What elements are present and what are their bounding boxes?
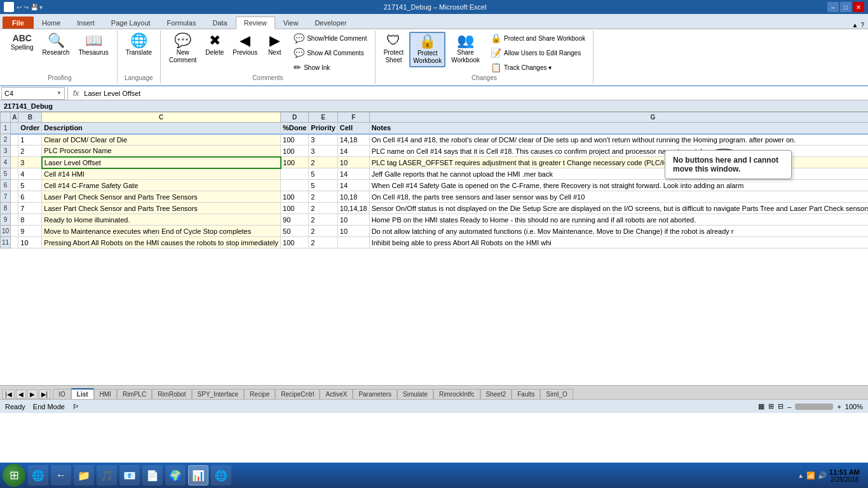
cell-r9c3[interactable]: Ready to Home illuminated. [42,214,281,226]
minimize-button[interactable]: – [827,2,839,12]
sheet-tab-rimrockintfc[interactable]: RimrockIntfc [433,389,480,399]
cell-r11c1[interactable] [11,237,18,248]
cell-r2c6[interactable]: 14,18 [337,134,369,146]
formula-input[interactable] [81,87,867,100]
tab-data[interactable]: Data [204,17,235,29]
row-header-3[interactable]: 3 [1,146,11,157]
protect-workbook-button[interactable]: 🔒 ProtectWorkbook [409,32,445,67]
show-ink-button[interactable]: ✏ Show Ink [291,61,369,74]
cell-r8c4[interactable]: 100 [281,203,309,214]
cell-r10c5[interactable]: 2 [309,226,338,237]
protect-share-workbook-button[interactable]: 🔒 Protect and Share Workbook [488,32,588,44]
cell-r1c6[interactable]: Cell [337,123,369,134]
cell-r10c2[interactable]: 9 [18,226,42,237]
cell-r2c1[interactable] [11,134,18,146]
taskbar-ie2[interactable]: 🌐 [211,465,231,485]
thesaurus-button[interactable]: 📖 Thesaurus [75,32,111,58]
research-button[interactable]: 🔍 Research [39,32,73,58]
taskbar-back[interactable]: ← [51,465,71,485]
cell-r4c3[interactable]: Laser Level Offset [42,157,281,168]
track-changes-button[interactable]: 📋 Track Changes ▾ [488,61,588,74]
tab-review[interactable]: Review [236,17,275,29]
share-workbook-button[interactable]: 👥 ShareWorkbook [448,32,483,66]
sheet-tab-simi_o[interactable]: SimI_O [540,389,573,399]
cell-r1c3[interactable]: Description [42,123,281,134]
cell-r10c3[interactable]: Move to Maintenance executes when End of… [42,226,281,237]
cell-r5c5[interactable]: 5 [309,168,338,180]
cell-r5c4[interactable] [281,168,309,180]
sheet-tab-activex[interactable]: ActiveX [320,389,353,399]
cell-r7c4[interactable]: 100 [281,191,309,203]
sheet-tab-rimrobot[interactable]: RimRobot [152,389,191,399]
new-comment-button[interactable]: 💬 NewComment [166,32,200,66]
cell-r6c5[interactable]: 5 [309,180,338,191]
sheet-tab-sheet2[interactable]: Sheet2 [480,389,512,399]
row-header-2[interactable]: 2 [1,134,11,146]
cell-r10c6[interactable]: 10 [337,226,369,237]
cell-r2c3[interactable]: Clear of DCM/ Clear of Die [42,134,281,146]
cell-r11c5[interactable]: 2 [309,237,338,248]
cell-r1c1[interactable] [11,123,18,134]
cell-r5c3[interactable]: Cell #14 HMI [42,168,281,180]
cell-r3c6[interactable]: 14 [337,146,369,157]
row-header-6[interactable]: 6 [1,180,11,191]
cell-r1c2[interactable]: Order [18,123,42,134]
cell-r4c6[interactable]: 10 [337,157,369,168]
cell-r8c3[interactable]: Laser Part Check Sensor and Parts Tree S… [42,203,281,214]
cell-r10c4[interactable]: 50 [281,226,309,237]
row-header-8[interactable]: 8 [1,203,11,214]
taskbar-globe[interactable]: 🌍 [165,465,186,485]
cell-r7c1[interactable] [11,191,18,203]
cell-r4c1[interactable] [11,157,18,168]
view-pagebreak-icon[interactable]: ⊟ [778,402,783,410]
row-header-5[interactable]: 5 [1,168,11,180]
tab-formulas[interactable]: Formulas [159,17,205,29]
cell-r2c2[interactable]: 1 [18,134,42,146]
cell-r3c4[interactable]: 100 [281,146,309,157]
tab-page-layout[interactable]: Page Layout [103,17,159,29]
sheet-nav-last[interactable]: ▶| [39,390,51,399]
show-hide-comment-button[interactable]: 💬 Show/Hide Comment [291,32,369,44]
help-button[interactable]: ? [860,22,864,29]
cell-r11c6[interactable] [337,237,369,248]
sheet-nav-next[interactable]: ▶ [27,390,37,399]
zoom-in-btn[interactable]: + [837,403,841,410]
sheet-nav-prev[interactable]: ◀ [16,390,26,399]
translate-button[interactable]: 🌐 Translate [123,32,155,58]
zoom-bar[interactable] [795,403,833,410]
tab-file[interactable]: File [3,17,34,29]
cell-r3c2[interactable]: 2 [18,146,42,157]
cell-r1c7[interactable]: Notes [369,123,868,134]
cell-r3c3[interactable]: PLC Processor Name [42,146,281,157]
cell-r8c5[interactable]: 2 [309,203,338,214]
cell-r10c1[interactable] [11,226,18,237]
sheet-tab-list[interactable]: List [71,388,94,399]
cell-r1c4[interactable]: %Done [281,123,309,134]
cell-r5c2[interactable]: 4 [18,168,42,180]
cell-r7c3[interactable]: Laser Part Check Sensor and Parts Tree S… [42,191,281,203]
sheet-tab-io[interactable]: IO [53,389,71,399]
sheet-nav-first[interactable]: |◀ [3,390,15,399]
cell-r5c1[interactable] [11,168,18,180]
cell-r3c7[interactable]: PLC name on Cell #14 says that it is Cel… [369,146,868,157]
zoom-out-btn[interactable]: – [787,403,791,410]
view-page-icon[interactable]: ⊞ [768,402,774,410]
cell-r9c4[interactable]: 90 [281,214,309,226]
row-header-7[interactable]: 7 [1,191,11,203]
delete-comment-button[interactable]: ✖ Delete [202,32,227,58]
col-header-a[interactable]: A [11,112,18,123]
cell-r8c7[interactable]: Sensor On/Off status is not displayed on… [369,203,868,214]
name-box[interactable]: C4 ▼ [1,87,65,100]
cell-r1c5[interactable]: Priority [309,123,338,134]
cell-r9c6[interactable]: 10 [337,214,369,226]
cell-r3c1[interactable] [11,146,18,157]
col-header-f[interactable]: F [337,112,369,123]
cell-r4c5[interactable]: 2 [309,157,338,168]
allow-users-button[interactable]: 📝 Allow Users to Edit Ranges [488,46,588,59]
cell-r11c7[interactable]: Inhibit being able to press Abort All Ro… [369,237,868,248]
sheet-tab-simulate[interactable]: Simulate [397,389,433,399]
cell-r7c5[interactable]: 2 [309,191,338,203]
maximize-button[interactable]: □ [840,2,851,12]
taskbar-outlook[interactable]: 📧 [119,465,140,485]
cell-r8c6[interactable]: 10,14,18 [337,203,369,214]
